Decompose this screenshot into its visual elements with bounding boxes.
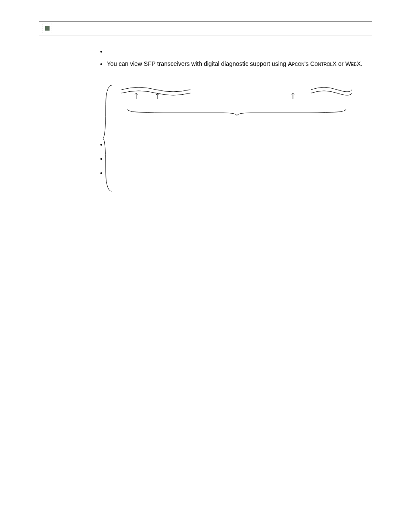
wavy-break-icon xyxy=(113,84,354,99)
software-bullet xyxy=(107,140,368,149)
arrow-up-icon xyxy=(156,92,159,99)
figure-port-labeling xyxy=(113,84,354,116)
under-brace xyxy=(120,109,354,116)
arrow-up-icon xyxy=(134,92,138,99)
doc-header xyxy=(39,22,372,35)
port-callouts xyxy=(120,99,354,109)
software-bullet xyxy=(107,169,368,177)
software-bullet xyxy=(107,155,368,163)
intro-bullet xyxy=(107,47,368,56)
software-bullets xyxy=(99,140,368,177)
chip-icon xyxy=(43,24,52,33)
arrow-up-icon xyxy=(291,92,295,99)
intro-bullets: You can view SFP transceivers with digit… xyxy=(99,47,368,68)
port-note xyxy=(177,120,368,127)
brace-bottom-icon xyxy=(120,109,354,116)
figure-gap xyxy=(113,84,354,99)
intro-bullet: You can view SFP transceivers with digit… xyxy=(107,60,368,68)
